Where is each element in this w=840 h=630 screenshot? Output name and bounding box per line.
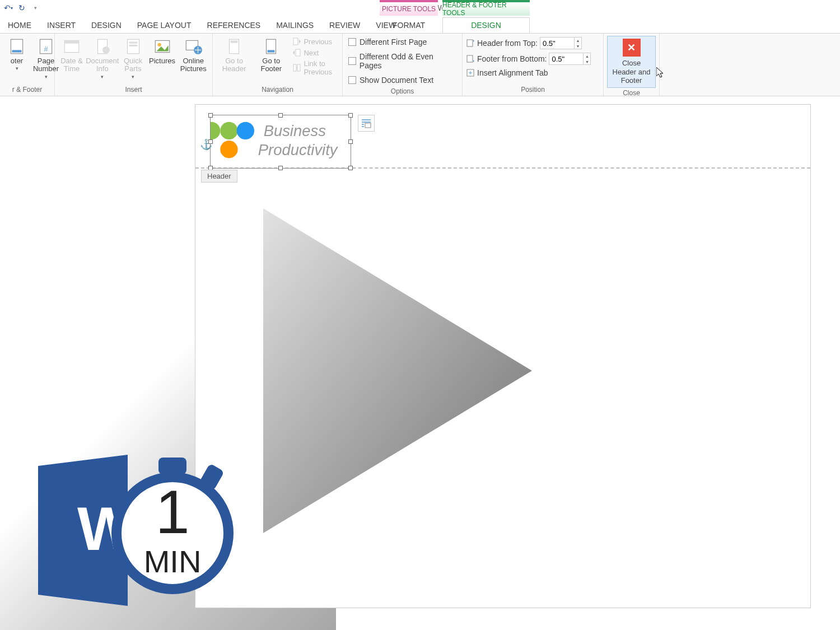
- different-odd-even-checkbox[interactable]: Different Odd & Even Pages: [346, 50, 459, 72]
- footer-button[interactable]: oter▾: [3, 36, 30, 72]
- document-area: ⚓ Business Productivity Header: [0, 96, 840, 630]
- svg-rect-16: [231, 40, 238, 43]
- different-first-page-checkbox[interactable]: Different First Page: [346, 36, 429, 48]
- show-document-text-checkbox[interactable]: Show Document Text: [346, 74, 436, 86]
- undo-button[interactable]: ↶▾: [3, 3, 13, 13]
- svg-rect-23: [467, 40, 473, 46]
- footer-from-bottom-spinner[interactable]: ▲▼: [549, 53, 591, 65]
- word-timer-badge: W 1 MIN: [38, 449, 240, 617]
- group-label-insert: Insert: [58, 85, 209, 95]
- svg-rect-32: [365, 123, 371, 128]
- header-from-top-icon: [466, 39, 475, 48]
- link-previous-button[interactable]: Link to Previous: [290, 58, 339, 77]
- svg-point-12: [157, 43, 161, 46]
- group-label-header-footer: r & Footer: [3, 85, 51, 95]
- online-pictures-button[interactable]: Online Pictures: [178, 36, 209, 74]
- group-label-position: Position: [466, 85, 600, 95]
- svg-point-28: [237, 122, 254, 139]
- header-label-tab: Header: [201, 170, 237, 183]
- tab-design[interactable]: DESIGN: [83, 17, 129, 33]
- svg-point-29: [220, 141, 237, 158]
- goto-header-button[interactable]: Go to Header: [216, 36, 252, 74]
- document-info-button[interactable]: Document Info▾: [87, 36, 118, 81]
- tab-references[interactable]: REFERENCES: [199, 17, 269, 33]
- svg-text:1: 1: [155, 477, 189, 546]
- svg-rect-9: [129, 42, 137, 44]
- svg-point-7: [102, 46, 110, 54]
- svg-point-27: [220, 122, 237, 139]
- insert-alignment-tab-button[interactable]: Insert Alignment Tab: [466, 67, 548, 78]
- svg-rect-21: [293, 64, 296, 71]
- ribbon-tabs: PICTURE TOOLS HEADER & FOOTER TOOLS HOME…: [0, 16, 840, 34]
- svg-rect-35: [158, 458, 186, 474]
- svg-rect-19: [293, 38, 298, 45]
- svg-rect-22: [297, 64, 300, 71]
- previous-button[interactable]: Previous: [290, 36, 339, 47]
- pictures-button[interactable]: Pictures: [149, 36, 176, 66]
- svg-rect-1: [12, 50, 22, 52]
- tab-mailings[interactable]: MAILINGS: [268, 17, 321, 33]
- date-time-button[interactable]: Date & Time: [58, 36, 85, 74]
- header-from-top-label: Header from Top:: [477, 39, 538, 48]
- group-label-navigation: Navigation: [216, 85, 339, 95]
- context-tab-picture-tools: PICTURE TOOLS: [380, 0, 438, 16]
- page[interactable]: ⚓ Business Productivity Header: [195, 104, 811, 608]
- footer-from-bottom-label: Footer from Bottom:: [477, 54, 547, 63]
- header-from-top-spinner[interactable]: ▲▼: [540, 37, 582, 49]
- ribbon: oter▾ # Page Number▾ r & Footer Date & T…: [0, 34, 840, 96]
- tab-review[interactable]: REVIEW: [321, 17, 368, 33]
- tab-insert[interactable]: INSERT: [39, 17, 83, 33]
- footer-from-bottom-icon: [466, 54, 475, 63]
- svg-rect-24: [467, 55, 473, 62]
- context-tab-header-footer-tools: HEADER & FOOTER TOOLS: [442, 0, 530, 16]
- redo-button[interactable]: ↻: [17, 3, 27, 13]
- svg-rect-10: [129, 45, 137, 46]
- goto-footer-button[interactable]: Go to Footer: [254, 36, 288, 74]
- svg-text:Productivity: Productivity: [258, 141, 339, 158]
- quick-parts-button[interactable]: Quick Parts▾: [120, 36, 147, 81]
- tab-home[interactable]: HOME: [0, 17, 39, 33]
- group-label-options: Options: [346, 86, 459, 96]
- svg-point-26: [211, 122, 220, 139]
- layout-options-button[interactable]: [358, 115, 375, 132]
- svg-rect-18: [268, 50, 275, 52]
- close-header-footer-button[interactable]: ✕ Close Header and Footer: [607, 36, 656, 88]
- selected-picture[interactable]: Business Productivity: [210, 115, 351, 169]
- svg-text:#: #: [44, 45, 48, 53]
- close-icon: ✕: [623, 39, 641, 57]
- tab-page-layout[interactable]: PAGE LAYOUT: [129, 17, 199, 33]
- next-button[interactable]: Next: [290, 47, 339, 58]
- tab-format[interactable]: FORMAT: [380, 17, 438, 33]
- tab-design-context[interactable]: DESIGN: [442, 17, 530, 33]
- qat-customize[interactable]: ▾: [30, 3, 40, 13]
- svg-text:MIN: MIN: [144, 544, 202, 579]
- header-zone[interactable]: ⚓ Business Productivity: [195, 105, 810, 169]
- svg-text:Business: Business: [264, 122, 326, 139]
- svg-rect-5: [64, 40, 79, 43]
- svg-rect-20: [296, 49, 300, 56]
